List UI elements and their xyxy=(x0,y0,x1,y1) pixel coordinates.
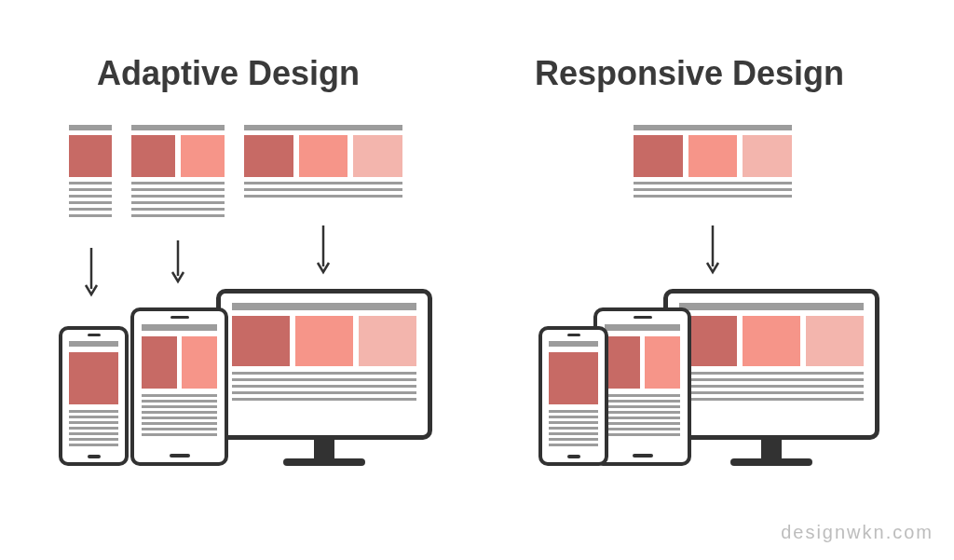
tablet-device-icon xyxy=(130,307,228,466)
arrow-down-icon xyxy=(84,246,99,298)
arrow-down-icon xyxy=(316,224,331,276)
adaptive-wireframe-desktop-layout xyxy=(244,125,402,201)
arrow-down-icon xyxy=(705,224,720,276)
adaptive-wireframe-tablet-layout xyxy=(131,125,225,221)
phone-device-icon xyxy=(59,326,129,466)
responsive-wireframe-layout xyxy=(634,125,792,201)
adaptive-title: Adaptive Design xyxy=(97,54,360,93)
arrow-down-icon xyxy=(170,239,185,285)
watermark-credit: designwkn.com xyxy=(781,522,934,543)
desktop-monitor-icon xyxy=(216,289,432,466)
adaptive-wireframe-phone-layout xyxy=(69,125,112,221)
responsive-title: Responsive Design xyxy=(535,54,844,93)
phone-device-icon xyxy=(538,326,608,466)
desktop-monitor-icon xyxy=(663,289,879,466)
